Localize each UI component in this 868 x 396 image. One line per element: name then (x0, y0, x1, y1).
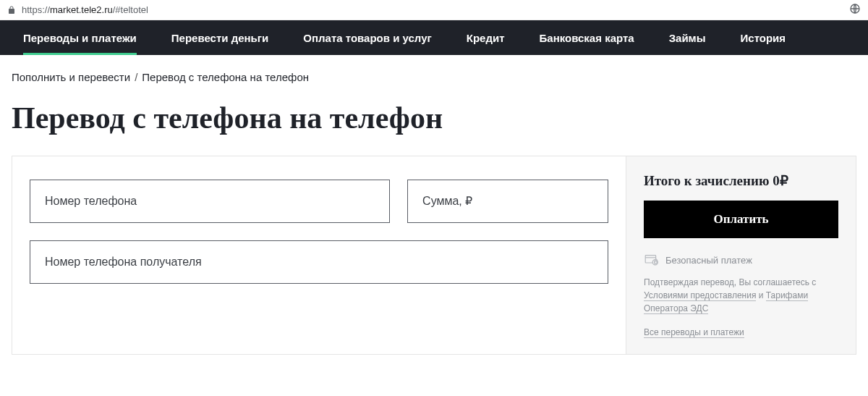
form-row-top (30, 180, 608, 223)
legal-mid: и (756, 290, 765, 300)
main-layout: Итого к зачислению 0₽ Оплатить Безопасны… (12, 156, 856, 355)
nav-transfers-payments[interactable]: Переводы и платежи (6, 20, 154, 55)
all-transfers-link[interactable]: Все переводы и платежи (644, 327, 744, 338)
nav-transfer-money[interactable]: Перевести деньги (154, 20, 286, 55)
nav-label: Банковская карта (540, 32, 634, 44)
total-label: Итого к зачислению (644, 173, 769, 188)
terms-link[interactable]: Условиями предоставления (644, 290, 756, 301)
main-navigation: Переводы и платежи Перевести деньги Опла… (0, 20, 868, 55)
amount-input[interactable] (407, 180, 608, 223)
browser-address-bar: https://market.tele2.ru/#teltotel (0, 0, 868, 20)
url-domain: market.tele2.ru (50, 4, 113, 15)
nav-history[interactable]: История (723, 20, 804, 55)
breadcrumb-parent[interactable]: Пополнить и перевести (12, 71, 130, 83)
secure-payment-icon (644, 254, 658, 266)
globe-icon[interactable] (849, 3, 861, 17)
nav-label: Перевести деньги (171, 32, 269, 44)
form-row-bottom (30, 240, 608, 284)
url-protocol: https:// (22, 4, 50, 15)
recipient-phone-input[interactable] (30, 240, 608, 284)
breadcrumb-current: Перевод с телефона на телефон (142, 71, 309, 83)
nav-label: Займы (669, 32, 706, 44)
pay-button[interactable]: Оплатить (644, 201, 838, 238)
breadcrumb-separator: / (135, 71, 137, 83)
nav-label: Переводы и платежи (23, 32, 137, 44)
transfer-form-panel (12, 156, 626, 355)
total-value: 0₽ (773, 173, 788, 188)
sender-phone-input[interactable] (30, 180, 390, 223)
url-text[interactable]: https://market.tele2.ru/#teltotel (22, 4, 148, 15)
nav-label: История (741, 32, 786, 44)
nav-label: Кредит (467, 32, 505, 44)
total-line: Итого к зачислению 0₽ (644, 172, 838, 189)
nav-credit[interactable]: Кредит (449, 20, 522, 55)
lock-icon (7, 5, 16, 15)
nav-bank-card[interactable]: Банковская карта (522, 20, 652, 55)
legal-prefix: Подтверждая перевод, Вы соглашаетесь с (644, 277, 816, 287)
breadcrumb: Пополнить и перевести / Перевод с телефо… (12, 55, 856, 90)
legal-text: Подтверждая перевод, Вы соглашаетесь с У… (644, 276, 838, 315)
nav-pay-goods[interactable]: Оплата товаров и услуг (286, 20, 448, 55)
secure-payment-row: Безопасный платеж (644, 254, 838, 266)
secure-payment-label: Безопасный платеж (665, 255, 752, 266)
nav-label: Оплата товаров и услуг (303, 32, 431, 44)
page-title: Перевод с телефона на телефон (12, 90, 856, 156)
summary-panel: Итого к зачислению 0₽ Оплатить Безопасны… (626, 156, 856, 355)
url-path: /#teltotel (113, 4, 148, 15)
nav-loans[interactable]: Займы (652, 20, 723, 55)
